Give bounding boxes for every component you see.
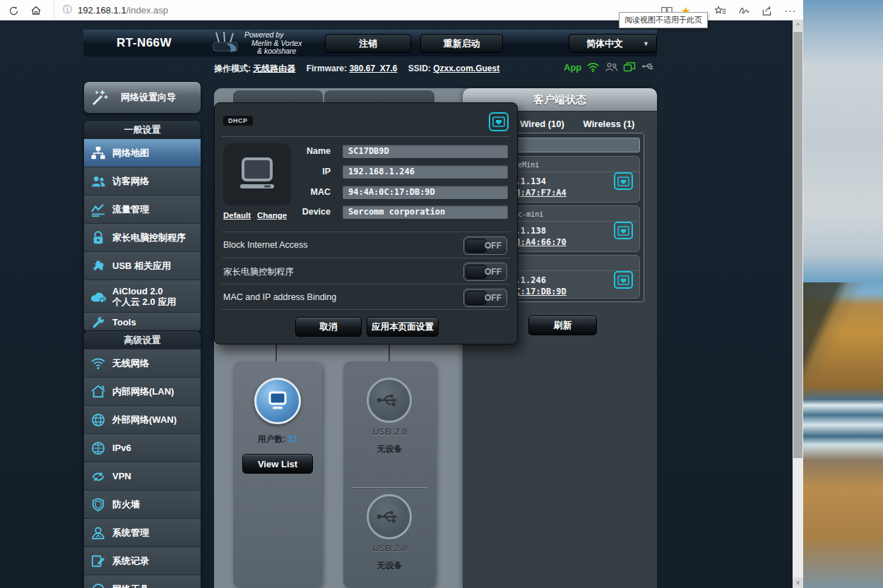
refresh-icon[interactable] bbox=[6, 3, 21, 18]
status-bar: 操作模式: 无线路由器 Firmware: 380.67_X7.6 SSID: … bbox=[83, 56, 657, 78]
vpn-icon bbox=[84, 470, 112, 483]
more-menu-icon[interactable]: ··· bbox=[783, 3, 798, 18]
wifi-icon bbox=[84, 357, 112, 370]
sidebar-item-label: 防火墙 bbox=[112, 499, 140, 510]
clients-icon[interactable] bbox=[254, 378, 301, 424]
chart-icon bbox=[84, 203, 112, 217]
name-input[interactable]: SC17DB9D bbox=[342, 144, 509, 159]
tab-wireless[interactable]: Wireless (1) bbox=[567, 115, 651, 132]
parental-control-toggle[interactable]: OFF bbox=[463, 263, 507, 281]
language-dropdown[interactable]: 简体中文 ▼ bbox=[569, 34, 657, 53]
guest-network-status-icon[interactable] bbox=[605, 61, 618, 75]
usb-port-icon[interactable] bbox=[367, 378, 412, 423]
scroll-down-arrow[interactable]: v bbox=[793, 577, 803, 588]
apply-button[interactable]: 应用本页面设置 bbox=[367, 317, 439, 337]
mode-link[interactable]: 无线路由器 bbox=[253, 64, 295, 73]
language-value: 简体中文 bbox=[586, 37, 623, 50]
app-link[interactable]: App bbox=[564, 62, 581, 73]
wifi-status-icon[interactable] bbox=[586, 61, 600, 75]
refresh-button[interactable]: 刷新 bbox=[528, 316, 597, 335]
sidebar-item-vpn[interactable]: VPN bbox=[84, 462, 201, 490]
scroll-up-arrow[interactable]: ^ bbox=[793, 20, 803, 31]
connector-line bbox=[389, 344, 390, 362]
mac-ip-binding-toggle[interactable]: OFF bbox=[463, 289, 507, 307]
sidebar-section-general: 一般设置 网络地图 访客网络 流量管理 bbox=[83, 120, 201, 332]
sidebar-item-ipv6[interactable]: IPv6 bbox=[84, 433, 201, 462]
sidebar-item-wan[interactable]: 外部网络(WAN) bbox=[84, 405, 201, 433]
default-link[interactable]: Default bbox=[223, 211, 251, 220]
sidebar-item-label: 家长电脑控制程序 bbox=[112, 232, 186, 243]
toggle-label: Block Internet Access bbox=[223, 240, 308, 250]
field-label: MAC bbox=[288, 187, 331, 197]
sidebar-item-aicloud[interactable]: AiCloud 2.0个人云 2.0 应用 bbox=[84, 280, 201, 312]
address-bar[interactable]: ⓘ 192.168.1.1/index.asp bbox=[54, 0, 696, 20]
section-title: 高级设置 bbox=[84, 331, 201, 349]
section-title: 一般设置 bbox=[84, 121, 201, 138]
field-label: Device bbox=[288, 207, 331, 217]
router-header: RT-N66W Powered by Merlin & Vortex & koo… bbox=[83, 30, 657, 56]
sidebar-item-label: 系统管理 bbox=[112, 527, 149, 538]
sidebar-item-label: 外部网络(WAN) bbox=[112, 414, 177, 425]
wrench-icon bbox=[84, 316, 112, 329]
ip-input[interactable]: 192.168.1.246 bbox=[342, 164, 509, 179]
sidebar-item-lan[interactable]: 内部网络(LAN) bbox=[84, 377, 201, 405]
lock-icon bbox=[84, 231, 112, 245]
sidebar-item-label: 无线网络 bbox=[112, 358, 149, 368]
sidebar-item-tools[interactable]: Tools bbox=[84, 312, 201, 332]
ssid-link[interactable]: Qzxx.com.Guest bbox=[433, 64, 499, 73]
sidebar-item-setup-wizard[interactable]: 网络设置向导 bbox=[83, 81, 201, 114]
block-internet-toggle[interactable]: OFF bbox=[463, 236, 507, 255]
change-link[interactable]: Change bbox=[257, 211, 287, 220]
sidebar-item-usb-application[interactable]: USB 相关应用 bbox=[84, 251, 201, 280]
sidebar-item-label: 访客网络 bbox=[112, 176, 149, 186]
sidebar-item-network-tools[interactable]: 网络工具 bbox=[84, 575, 201, 588]
sidebar-item-label: USB 相关应用 bbox=[112, 260, 171, 271]
client-count: 用户数: 11 bbox=[233, 433, 322, 445]
screen: ⓘ 192.168.1.1/index.asp ★ ··· 阅读视图不适用于此页… bbox=[0, 0, 883, 588]
sidebar-item-system-log[interactable]: 系统记录 bbox=[84, 546, 201, 575]
sidebar-item-label: Tools bbox=[112, 317, 136, 328]
desktop-wallpaper bbox=[803, 0, 883, 588]
mac-input[interactable]: 94:4A:0C:17:DB:9D bbox=[342, 185, 509, 200]
firmware-link[interactable]: 380.67_X7.6 bbox=[349, 64, 397, 73]
sidebar-item-network-map[interactable]: 网络地图 bbox=[84, 138, 201, 167]
usb-port-icon[interactable] bbox=[367, 494, 412, 539]
share-icon[interactable] bbox=[759, 3, 775, 18]
usb-status-icon[interactable] bbox=[641, 61, 656, 73]
vertical-scrollbar[interactable]: ^ v bbox=[793, 20, 803, 588]
site-info-icon[interactable]: ⓘ bbox=[63, 4, 72, 16]
device-input[interactable]: Sercomm corporation bbox=[342, 205, 509, 220]
ink-pen-icon[interactable] bbox=[736, 3, 752, 18]
sidebar-item-label: 网络工具 bbox=[112, 584, 149, 588]
sidebar-item-label: 流量管理 bbox=[112, 204, 149, 215]
router-model: RT-N66W bbox=[117, 36, 172, 50]
reboot-button[interactable]: 重新启动 bbox=[420, 34, 503, 53]
sidebar-item-firewall[interactable]: 防火墙 bbox=[84, 490, 201, 518]
clients-status-icon[interactable] bbox=[623, 61, 636, 75]
sidebar-item-wireless[interactable]: 无线网络 bbox=[84, 349, 201, 377]
field-label: Name bbox=[288, 146, 331, 156]
reading-view-tooltip: 阅读视图不适用于此页 bbox=[619, 12, 708, 28]
sidebar-item-administration[interactable]: 系统管理 bbox=[84, 518, 201, 546]
sidebar-item-parental-control[interactable]: 家长电脑控制程序 bbox=[84, 223, 201, 251]
home-icon[interactable] bbox=[28, 3, 44, 18]
sidebar-item-label: AiCloud 2.0个人云 2.0 应用 bbox=[112, 286, 176, 307]
mode-label: 操作模式: bbox=[214, 64, 251, 73]
router-logo-icon bbox=[209, 31, 242, 58]
view-list-button[interactable]: View List bbox=[242, 454, 313, 474]
toggle-knob bbox=[466, 265, 487, 279]
scrollbar-thumb[interactable] bbox=[793, 32, 802, 458]
ethernet-icon bbox=[489, 112, 509, 131]
clients-summary-card: 用户数: 11 View List bbox=[233, 361, 322, 588]
device-image bbox=[223, 143, 291, 205]
network-tools-icon bbox=[84, 582, 112, 588]
cloud-icon bbox=[84, 289, 112, 304]
sidebar-section-advanced: 高级设置 无线网络 内部网络(LAN) 外部网络(WAN) bbox=[83, 330, 201, 588]
sidebar-item-guest-network[interactable]: 访客网络 bbox=[84, 167, 201, 195]
favorites-hub-icon[interactable] bbox=[712, 3, 728, 18]
sidebar-item-traffic-manager[interactable]: 流量管理 bbox=[84, 195, 201, 223]
cancel-button[interactable]: 取消 bbox=[295, 317, 362, 337]
users-icon bbox=[84, 174, 112, 188]
sidebar-item-label: VPN bbox=[112, 471, 131, 481]
logout-button[interactable]: 注销 bbox=[325, 34, 411, 53]
